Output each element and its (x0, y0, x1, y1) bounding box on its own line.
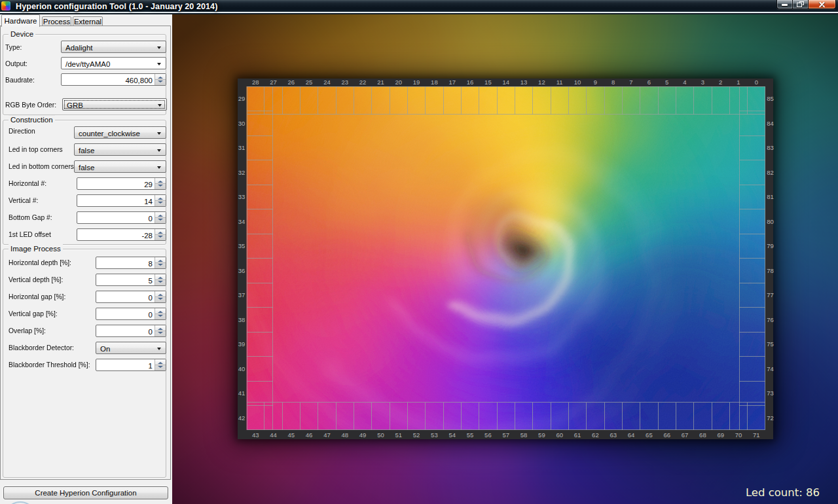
svg-text:55: 55 (467, 431, 474, 439)
svg-text:79: 79 (767, 242, 774, 249)
svg-text:77: 77 (767, 291, 774, 298)
overlap-spinbox[interactable]: 0 (96, 325, 166, 337)
led-bottom-corners-combo[interactable]: false (74, 160, 166, 173)
spin-up-icon[interactable] (158, 77, 163, 79)
svg-text:62: 62 (592, 431, 599, 439)
spin-up-icon[interactable] (158, 198, 163, 200)
horizontal-count-spinbox[interactable]: 29 (77, 177, 166, 190)
svg-text:57: 57 (503, 431, 510, 439)
baudrate-spinbox[interactable]: 460,800 (61, 73, 166, 86)
svg-text:84: 84 (767, 120, 774, 127)
vertical-depth-spinbox-value: 5 (149, 276, 153, 285)
svg-text:85: 85 (767, 95, 774, 102)
svg-text:29: 29 (238, 95, 246, 102)
direction-combo[interactable]: counter_clockwise (74, 126, 166, 139)
spin-down-icon[interactable] (158, 264, 163, 266)
bottom-gap-spinbox-arrows[interactable] (155, 212, 166, 223)
output-combo[interactable]: /dev/ttyAMA0 (61, 57, 166, 69)
svg-text:9: 9 (594, 79, 597, 86)
svg-text:63: 63 (610, 431, 617, 439)
first-led-offset-spinbox-arrows[interactable] (155, 229, 166, 240)
svg-text:5: 5 (665, 79, 668, 86)
vertical-depth-spinbox-arrows[interactable] (155, 274, 166, 285)
vertical-gap-spinbox-arrows[interactable] (155, 308, 166, 319)
vertical-count-spinbox[interactable]: 14 (77, 194, 166, 207)
spin-up-icon[interactable] (158, 215, 163, 217)
vertical-count-spinbox-arrows[interactable] (155, 195, 166, 206)
spin-up-icon[interactable] (158, 362, 163, 364)
restore-button[interactable] (793, 0, 809, 9)
svg-text:48: 48 (342, 431, 349, 439)
spin-up-icon[interactable] (158, 294, 163, 296)
vertical-depth-spinbox[interactable]: 5 (96, 274, 166, 286)
spin-down-icon[interactable] (158, 315, 163, 317)
spin-up-icon[interactable] (158, 232, 163, 234)
svg-text:40: 40 (238, 365, 246, 372)
blackborder-detector-combo[interactable]: On (96, 342, 166, 354)
horizontal-depth-spinbox-arrows[interactable] (155, 257, 166, 268)
tab-label: Hardware (5, 17, 37, 25)
svg-text:33: 33 (238, 193, 246, 200)
bottom-gap-spinbox-value: 0 (149, 214, 153, 223)
create-configuration-button[interactable]: Create Hyperion Configuration (3, 486, 168, 499)
svg-text:58: 58 (520, 431, 528, 439)
close-button[interactable] (809, 0, 836, 9)
overlap-spinbox-arrows[interactable] (155, 325, 166, 336)
led-bottom-corners-combo-label: Led in bottom corners (9, 162, 74, 171)
spin-up-icon[interactable] (158, 260, 163, 262)
spin-up-icon[interactable] (158, 311, 163, 313)
spin-up-icon[interactable] (158, 328, 163, 330)
rgb-byte-order-combo-value: GRB (67, 101, 83, 110)
first-led-offset-spinbox-value: -28 (141, 231, 153, 240)
spin-down-icon[interactable] (158, 219, 163, 221)
type-combo[interactable]: Adalight (61, 41, 166, 53)
spin-down-icon[interactable] (158, 281, 163, 283)
svg-text:49: 49 (359, 431, 367, 439)
output-combo-label: Output: (5, 59, 27, 69)
settings-panel: Hardware Process External Device Constru… (0, 14, 172, 504)
spin-down-icon[interactable] (158, 236, 163, 238)
svg-text:4: 4 (683, 79, 686, 86)
first-led-offset-spinbox[interactable]: -28 (77, 228, 166, 241)
tab-external[interactable]: External (73, 16, 103, 26)
horizontal-count-spinbox-arrows[interactable] (155, 178, 166, 189)
overlap-spinbox-label: Overlap [%]: (9, 326, 46, 336)
baudrate-spinbox-arrows[interactable] (155, 74, 166, 85)
spin-down-icon[interactable] (158, 332, 163, 334)
svg-text:38: 38 (238, 316, 246, 323)
spin-down-icon[interactable] (158, 298, 163, 300)
overlap-spinbox-value: 0 (149, 327, 153, 336)
rgb-byte-order-combo[interactable]: GRB (62, 98, 167, 111)
svg-text:39: 39 (238, 340, 246, 348)
minimize-button[interactable] (776, 0, 793, 9)
svg-text:36: 36 (238, 267, 246, 274)
spin-down-icon[interactable] (158, 81, 163, 82)
vertical-gap-spinbox[interactable]: 0 (96, 308, 166, 320)
svg-text:19: 19 (413, 79, 420, 86)
blackborder-detector-combo-label: Blackborder Detector: (9, 343, 74, 353)
svg-text:18: 18 (431, 79, 438, 86)
blackborder-threshold-spinbox-arrows[interactable] (155, 359, 166, 370)
svg-text:47: 47 (323, 431, 331, 439)
horizontal-gap-spinbox[interactable]: 0 (96, 291, 166, 303)
bottom-gap-spinbox[interactable]: 0 (77, 211, 166, 224)
dropdown-arrow-icon (157, 132, 161, 135)
spin-up-icon[interactable] (158, 277, 163, 279)
spin-down-icon[interactable] (158, 366, 163, 368)
blackborder-threshold-spinbox[interactable]: 1 (96, 359, 166, 371)
spin-up-icon[interactable] (158, 181, 163, 183)
tab-process[interactable]: Process (42, 16, 71, 26)
spin-down-icon[interactable] (158, 185, 163, 187)
led-top-corners-combo[interactable]: false (74, 143, 166, 156)
svg-text:78: 78 (767, 267, 774, 274)
horizontal-count-spinbox-label: Horizontal #: (9, 179, 46, 189)
dropdown-arrow-icon (157, 46, 161, 49)
horizontal-depth-spinbox[interactable]: 8 (96, 257, 166, 269)
first-led-offset-spinbox-label: 1st LED offset (9, 230, 51, 240)
led-count-label: Led count: 86 (746, 486, 820, 499)
spin-down-icon[interactable] (158, 202, 163, 204)
horizontal-gap-spinbox-arrows[interactable] (155, 291, 166, 302)
tab-hardware[interactable]: Hardware (1, 14, 40, 27)
svg-text:67: 67 (682, 431, 689, 439)
vertical-depth-spinbox-label: Vertical depth [%]: (9, 275, 63, 285)
